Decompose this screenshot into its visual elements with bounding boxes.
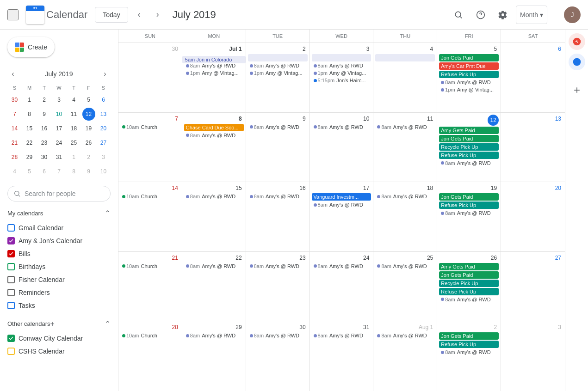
mini-day-3[interactable]: 3	[53, 93, 66, 106]
mini-day-7-next[interactable]: 7	[53, 165, 66, 178]
mini-day-5-next[interactable]: 5	[23, 165, 36, 178]
mini-day-23[interactable]: 23	[38, 136, 51, 149]
cell-jul19[interactable]: 19 Jon Gets Paid Refuse Pick Up 8amAmy's…	[437, 182, 501, 251]
cell-jul13[interactable]: 13	[501, 113, 565, 182]
cell-jul16[interactable]: 16 8amAmy's @ RWD	[246, 182, 310, 251]
mini-day-4[interactable]: 4	[68, 93, 80, 106]
event-amyrwd-jul2[interactable]: 8amAmy's @ RWD	[248, 62, 308, 69]
event-jon-colorado[interactable]: 5am Jon in Colorado	[182, 56, 246, 63]
mini-day-13[interactable]: 13	[97, 108, 110, 121]
mini-day-2-next[interactable]: 2	[82, 151, 95, 164]
event-church-14[interactable]: 10amChurch	[120, 193, 180, 200]
cshs-cal-checkbox[interactable]	[7, 348, 15, 355]
google-apps-button[interactable]	[551, 10, 560, 19]
user-avatar[interactable]: J	[564, 6, 581, 23]
mini-day-9-next[interactable]: 9	[82, 165, 95, 178]
cell-jul11[interactable]: 11 8amAmy's @ RWD	[373, 113, 437, 182]
mini-day-7[interactable]: 7	[8, 108, 21, 121]
cell-jul21[interactable]: 21 10amChurch	[118, 252, 182, 321]
event-amys-car-pmt[interactable]: Amy's Car Pmt Due	[439, 62, 499, 70]
event-amyrwd-jul12[interactable]: 8amAmy's @ RWD	[439, 160, 499, 166]
birthdays-cal-checkbox[interactable]	[7, 263, 15, 270]
cal-item-reminders[interactable]: Reminders	[0, 286, 118, 299]
event-amyrwd-aug2[interactable]: 8amAmy's @ RWD	[439, 349, 499, 355]
mini-day-6[interactable]: 6	[97, 93, 110, 106]
event-jon-colorado-cont[interactable]	[248, 54, 308, 61]
event-jon-gets-paid-aug2[interactable]: Jon Gets Paid	[439, 332, 499, 340]
event-amyrwd-jul1-1[interactable]: 8amAmy's @ RWD	[184, 62, 244, 69]
cal-item-amyjon[interactable]: Amy & Jon's Calendar	[0, 234, 118, 247]
cell-jul1[interactable]: Jul 1 5am Jon in Colorado 8amAmy's @ RWD…	[182, 43, 246, 112]
event-vanguard[interactable]: Vanguard Investm...	[312, 193, 371, 201]
right-icon-1[interactable]	[569, 33, 585, 50]
my-calendars-header[interactable]: My calendars ⌃	[0, 205, 118, 221]
event-refuse-pickup-5[interactable]: Refuse Pick Up	[439, 71, 499, 78]
event-amyrwd-jul16[interactable]: 8amAmy's @ RWD	[248, 193, 308, 200]
cal-item-gmail[interactable]: Gmail Calendar	[0, 221, 118, 234]
event-recycle-26[interactable]: Recycle Pick Up	[439, 280, 499, 287]
event-church-21[interactable]: 10amChurch	[120, 263, 180, 269]
settings-button[interactable]	[494, 6, 512, 24]
mini-day-21[interactable]: 21	[8, 136, 21, 149]
cell-jul15[interactable]: 15 8amAmy's @ RWD	[182, 182, 246, 251]
cell-jul31[interactable]: 31 8amAmy's @ RWD	[310, 321, 374, 391]
event-church-7[interactable]: 10amChurch	[120, 124, 180, 130]
cal-item-conway[interactable]: Conway City Calendar	[0, 332, 118, 345]
help-button[interactable]	[471, 6, 490, 24]
event-amyrwd-jul30[interactable]: 8amAmy's @ RWD	[248, 332, 308, 339]
event-amyrwd-aug1[interactable]: 8amAmy's @ RWD	[375, 332, 435, 339]
mini-cal-next[interactable]: ›	[99, 68, 111, 79]
cell-jul17[interactable]: 17 Vanguard Investm... 8amAmy's @ RWD	[310, 182, 374, 251]
gmail-cal-checkbox[interactable]	[7, 224, 15, 232]
mini-day-16[interactable]: 16	[38, 122, 51, 135]
cell-jul20[interactable]: 20	[501, 182, 565, 251]
event-jon-gets-paid-5[interactable]: Jon Gets Paid	[439, 54, 499, 61]
view-select-button[interactable]: Month ▾	[516, 6, 547, 24]
event-amyrwd-jul5[interactable]: 8amAmy's @ RWD	[439, 79, 499, 86]
cell-jul3[interactable]: 3 8amAmy's @ RWD 1pmAmy @ Vintag... 5:15…	[310, 43, 374, 112]
event-amyrwd-jul22[interactable]: 8amAmy's @ RWD	[184, 263, 244, 269]
tasks-cal-checkbox[interactable]	[7, 302, 15, 309]
cal-item-bills[interactable]: Bills	[0, 247, 118, 260]
cell-jul9[interactable]: 9 8amAmy's @ RWD	[246, 113, 310, 182]
event-amyrwd-jul18[interactable]: 8amAmy's @ RWD	[375, 193, 435, 200]
add-other-calendar-button[interactable]: +	[50, 320, 55, 328]
create-button[interactable]: Create	[7, 37, 55, 57]
event-amyrwd-jul23[interactable]: 8amAmy's @ RWD	[248, 263, 308, 269]
event-amyrwd-jul9[interactable]: 8amAmy's @ RWD	[248, 124, 308, 130]
cell-jul7[interactable]: 7 10amChurch	[118, 113, 182, 182]
cell-jul29[interactable]: 29 8amAmy's @ RWD	[182, 321, 246, 391]
cell-jul5[interactable]: 5 Jon Gets Paid Amy's Car Pmt Due Refuse…	[437, 43, 501, 112]
event-amyrwd-jul26[interactable]: 8amAmy's @ RWD	[439, 296, 499, 303]
mini-day-30[interactable]: 30	[38, 151, 51, 164]
cell-aug3[interactable]: 3	[501, 321, 565, 391]
cell-jul27[interactable]: 27	[501, 252, 565, 321]
menu-button[interactable]	[7, 9, 19, 20]
event-amyrwd-jul25[interactable]: 8amAmy's @ RWD	[375, 263, 435, 269]
mini-day-5[interactable]: 5	[82, 93, 95, 106]
event-amyrwd-jul19[interactable]: 8amAmy's @ RWD	[439, 210, 499, 216]
mini-day-27[interactable]: 27	[97, 136, 110, 149]
mini-day-24[interactable]: 24	[53, 136, 66, 149]
cal-item-birthdays[interactable]: Birthdays	[0, 260, 118, 273]
mini-day-30-prev[interactable]: 30	[8, 93, 21, 106]
event-amyrwd-jul3[interactable]: 8amAmy's @ RWD	[312, 62, 371, 69]
event-jon-colorado-cont2[interactable]	[312, 54, 371, 61]
amyjon-cal-checkbox[interactable]	[7, 237, 15, 244]
mini-day-1-next[interactable]: 1	[68, 151, 80, 164]
other-calendars-header[interactable]: Other calendars + ⌃	[0, 316, 118, 332]
next-month-button[interactable]: ›	[150, 7, 165, 22]
event-amy-gets-paid-12[interactable]: Amy Gets Paid	[439, 127, 499, 134]
event-amyrwd-jul17[interactable]: 8amAmy's @ RWD	[312, 202, 371, 208]
mini-day-10[interactable]: 10	[53, 108, 66, 121]
cell-jul2[interactable]: 2 8amAmy's @ RWD 1pmAmy @ Vintag...	[246, 43, 310, 112]
mini-day-6-next[interactable]: 6	[38, 165, 51, 178]
cell-jul18[interactable]: 18 8amAmy's @ RWD	[373, 182, 437, 251]
mini-day-14[interactable]: 14	[8, 122, 21, 135]
event-amyrwd-jul15[interactable]: 8amAmy's @ RWD	[184, 193, 244, 200]
event-amyvintage-jul3[interactable]: 1pmAmy @ Vintag...	[312, 70, 371, 76]
cell-jul10[interactable]: 10 8amAmy's @ RWD	[310, 113, 374, 182]
cell-aug1[interactable]: Aug 1 8amAmy's @ RWD	[373, 321, 437, 391]
bills-cal-checkbox[interactable]	[7, 250, 15, 257]
event-amyrwd-jul8[interactable]: 8amAmy's @ RWD	[184, 132, 244, 139]
